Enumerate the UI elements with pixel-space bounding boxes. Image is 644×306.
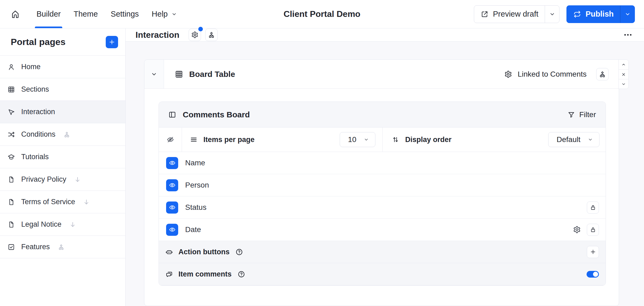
- nav-item-help[interactable]: Help: [145, 0, 184, 28]
- panel-title-wrap: Comments Board: [168, 110, 250, 119]
- sidebar-item-conditions[interactable]: Conditions: [0, 123, 125, 146]
- close-icon: [621, 72, 626, 77]
- sidebar-item-features[interactable]: Features: [0, 236, 125, 258]
- funnel-icon: [568, 111, 575, 118]
- page-settings-button[interactable]: [189, 29, 201, 41]
- preview-draft-dropdown[interactable]: [545, 6, 559, 23]
- field-row-date: Date: [159, 219, 606, 241]
- filter-button[interactable]: Filter: [568, 110, 596, 119]
- topbar-actions: Preview draft Publish: [474, 5, 635, 23]
- publish-split-button: Publish: [566, 5, 635, 23]
- chevron-up-icon: [621, 62, 626, 67]
- board-table-header: Board Table Linked to Comments: [144, 60, 619, 89]
- field-row-person: Person: [159, 174, 606, 196]
- publish-dropdown[interactable]: [620, 6, 635, 23]
- block-visibility-button[interactable]: [596, 68, 609, 80]
- external-link-icon: [481, 10, 489, 18]
- page-title: Interaction: [136, 30, 180, 40]
- sidebar-item-legal-notice[interactable]: Legal Notice: [0, 213, 125, 236]
- add-action-button[interactable]: [587, 246, 599, 258]
- file-icon: [8, 176, 15, 183]
- action-buttons-label-wrap: Action buttons: [165, 248, 243, 256]
- block-title-wrap: Board Table: [164, 60, 235, 88]
- lock-field-button[interactable]: [587, 224, 599, 236]
- gear-icon[interactable]: [573, 226, 581, 234]
- preview-draft-split-button: Preview draft: [474, 5, 559, 23]
- lock-field-button[interactable]: [587, 201, 599, 214]
- sitemap-icon: [208, 31, 215, 39]
- field-row-name: Name: [159, 152, 606, 174]
- comments-icon: [165, 270, 173, 278]
- display-order-select[interactable]: Default: [548, 132, 599, 147]
- checkbox-icon: [8, 243, 15, 251]
- help-icon[interactable]: [235, 248, 243, 256]
- nav-item-builder[interactable]: Builder: [30, 0, 67, 28]
- main-area: Interaction Board Table: [126, 28, 644, 306]
- field-visibility-toggle[interactable]: [166, 224, 178, 236]
- file-icon: [8, 198, 15, 206]
- preview-draft-label: Preview draft: [493, 10, 538, 18]
- item-comments-toggle[interactable]: [587, 271, 599, 278]
- board-table-block: Board Table Linked to Comments: [144, 59, 619, 306]
- builder-canvas: Board Table Linked to Comments: [126, 42, 644, 306]
- sidebar-item-interaction[interactable]: Interaction: [0, 101, 125, 123]
- user-icon: [8, 63, 15, 71]
- plus-icon: [108, 39, 115, 46]
- add-page-button[interactable]: [106, 36, 118, 48]
- page-header: Interaction: [126, 28, 644, 42]
- panel-header: Comments Board Filter: [159, 102, 606, 128]
- block-collapse-button[interactable]: [144, 60, 164, 88]
- linked-source[interactable]: Linked to Comments: [504, 70, 587, 79]
- home-icon[interactable]: [11, 10, 20, 19]
- chevron-down-icon: [363, 137, 369, 143]
- ellipsis-icon[interactable]: [623, 30, 633, 40]
- chevron-down-icon: [150, 70, 158, 78]
- items-per-page-select[interactable]: 10: [340, 132, 375, 147]
- field-visibility-toggle[interactable]: [166, 179, 178, 191]
- sidebar-item-label: Conditions: [21, 130, 56, 139]
- sidebar: Portal pages Home Sections Interaction C…: [0, 28, 126, 306]
- field-label: Person: [185, 181, 209, 189]
- display-order-value: Default: [557, 135, 580, 144]
- sort-icon: [392, 136, 399, 143]
- move-down-button[interactable]: [619, 79, 628, 89]
- graduation-cap-icon: [8, 153, 15, 161]
- comments-board-panel: Comments Board Filter: [159, 102, 606, 286]
- cursor-icon: [8, 108, 15, 116]
- sidebar-item-terms-of-service[interactable]: Terms of Service: [0, 191, 125, 213]
- publish-button[interactable]: Publish: [567, 6, 620, 23]
- list-settings-row: Items per page 10 Display or: [159, 128, 606, 152]
- help-icon[interactable]: [237, 270, 245, 278]
- item-comments-label-wrap: Item comments: [165, 270, 245, 278]
- chevron-down-icon: [549, 11, 556, 18]
- sidebar-item-home[interactable]: Home: [0, 56, 125, 78]
- sidebar-item-privacy-policy[interactable]: Privacy Policy: [0, 168, 125, 191]
- block-controls: [619, 59, 629, 89]
- menu-icon[interactable]: [190, 136, 197, 143]
- sidebar-item-tutorials[interactable]: Tutorials: [0, 146, 125, 168]
- visibility-column-header: [159, 128, 182, 152]
- field-row-actions: [573, 224, 599, 236]
- publish-label: Publish: [586, 10, 614, 18]
- eye-icon: [169, 182, 176, 189]
- linked-source-label: Linked to Comments: [518, 70, 587, 79]
- preview-draft-button[interactable]: Preview draft: [474, 6, 545, 23]
- eye-icon: [169, 204, 176, 211]
- arrow-down-icon: [74, 176, 81, 183]
- file-icon: [8, 221, 15, 228]
- nav-label: Help: [152, 10, 168, 18]
- field-visibility-toggle[interactable]: [166, 157, 178, 169]
- nav-item-settings[interactable]: Settings: [104, 0, 145, 28]
- delete-block-button[interactable]: [619, 69, 628, 79]
- page-visibility-button[interactable]: [205, 29, 218, 41]
- robot-icon: [165, 248, 173, 256]
- field-label: Date: [185, 225, 201, 234]
- panel-left-icon: [168, 111, 176, 119]
- nav-label: Theme: [74, 10, 98, 18]
- field-visibility-toggle[interactable]: [166, 201, 178, 214]
- move-up-button[interactable]: [619, 60, 628, 69]
- top-bar: Builder Theme Settings Help Client Porta…: [0, 0, 644, 28]
- display-order-label: Display order: [405, 136, 452, 144]
- nav-item-theme[interactable]: Theme: [67, 0, 104, 28]
- sidebar-item-sections[interactable]: Sections: [0, 78, 125, 101]
